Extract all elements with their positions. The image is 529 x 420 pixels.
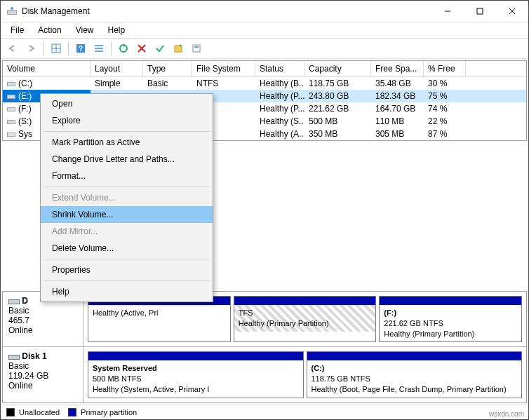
refresh-icon[interactable] xyxy=(115,40,132,57)
svg-rect-20 xyxy=(194,46,199,48)
help-icon[interactable]: ? xyxy=(72,40,89,57)
ctx-open[interactable]: Open xyxy=(41,95,213,112)
menu-help[interactable]: Help xyxy=(101,24,133,36)
app-icon xyxy=(6,6,18,17)
legend-swatch-unallocated xyxy=(6,408,15,416)
svg-rect-14 xyxy=(95,50,103,52)
watermark: wsxdn.com xyxy=(489,410,524,418)
forward-icon[interactable] xyxy=(23,40,40,57)
menu-file[interactable]: File xyxy=(4,24,31,36)
menubar: File Action View Help xyxy=(1,22,528,39)
svg-rect-28 xyxy=(8,121,15,123)
back-icon[interactable] xyxy=(5,40,22,57)
menu-action[interactable]: Action xyxy=(31,24,68,36)
list-icon[interactable] xyxy=(91,40,107,57)
col-status[interactable]: Status xyxy=(255,61,304,76)
ctx-change-letter[interactable]: Change Drive Letter and Paths... xyxy=(41,151,213,168)
svg-rect-26 xyxy=(8,108,15,111)
ctx-extend: Extend Volume... xyxy=(41,189,213,206)
disk-row: Disk 1Basic119.24 GBOnlineSystem Reserve… xyxy=(3,346,526,402)
legend-unallocated: Unallocated xyxy=(19,408,60,416)
close-button[interactable] xyxy=(496,1,528,22)
ctx-format[interactable]: Format... xyxy=(41,168,213,184)
svg-rect-1 xyxy=(8,11,16,14)
ctx-help[interactable]: Help xyxy=(41,283,213,300)
svg-rect-13 xyxy=(95,48,103,49)
partition[interactable]: TFSHealthy (Primary Partition) xyxy=(234,296,377,343)
props-icon[interactable] xyxy=(188,40,205,57)
disk-panels: DBasic465.7OnlineHealthy (Active, PriTFS… xyxy=(2,291,527,403)
disk-meta: Disk 1Basic119.24 GBOnline xyxy=(3,347,83,402)
legend-primary: Primary partition xyxy=(81,408,137,416)
svg-rect-30 xyxy=(8,133,15,136)
partition[interactable]: System Reserved500 MB NTFSHealthy (Syste… xyxy=(88,351,304,398)
col-free[interactable]: Free Spa... xyxy=(371,61,424,76)
toolbar: ? xyxy=(1,39,528,59)
ctx-shrink[interactable]: Shrink Volume... xyxy=(41,206,213,223)
new-icon[interactable] xyxy=(170,40,187,57)
menu-view[interactable]: View xyxy=(69,24,101,36)
ctx-delete[interactable]: Delete Volume... xyxy=(41,240,213,257)
legend: Unallocated Primary partition xyxy=(1,405,528,419)
svg-rect-34 xyxy=(9,355,19,359)
col-capacity[interactable]: Capacity xyxy=(304,61,371,76)
svg-text:?: ? xyxy=(79,45,83,53)
col-layout[interactable]: Layout xyxy=(91,61,143,76)
partition[interactable]: (F:)221.62 GB NTFSHealthy (Primary Parti… xyxy=(379,296,522,343)
window-title: Disk Management xyxy=(22,6,431,16)
svg-rect-32 xyxy=(9,300,19,304)
ctx-add-mirror: Add Mirror... xyxy=(41,223,213,240)
partition[interactable]: (C:)118.75 GB NTFSHealthy (Boot, Page Fi… xyxy=(307,351,523,398)
svg-rect-19 xyxy=(193,45,200,52)
titlebar: Disk Management xyxy=(1,1,528,22)
svg-rect-4 xyxy=(477,8,483,14)
volume-table-header: Volume Layout Type File System Status Ca… xyxy=(3,61,526,77)
context-menu: Open Explore Mark Partition as Active Ch… xyxy=(40,93,213,302)
minimize-button[interactable] xyxy=(431,1,464,22)
svg-rect-12 xyxy=(95,45,103,46)
ctx-explore[interactable]: Explore xyxy=(41,112,213,129)
ctx-properties[interactable]: Properties xyxy=(41,262,213,278)
col-volume[interactable]: Volume xyxy=(3,61,91,76)
partition[interactable]: Healthy (Active, Pri xyxy=(88,296,231,343)
col-type[interactable]: Type xyxy=(143,61,192,76)
maximize-button[interactable] xyxy=(464,1,496,22)
svg-rect-24 xyxy=(8,95,15,98)
legend-swatch-primary xyxy=(68,408,76,416)
delete-icon[interactable] xyxy=(133,40,150,57)
col-pfree[interactable]: % Free xyxy=(424,61,466,76)
window: Disk Management File Action View Help ? … xyxy=(0,0,529,420)
svg-rect-22 xyxy=(8,83,15,86)
check-icon[interactable] xyxy=(152,40,168,57)
table-row[interactable]: (C:)SimpleBasicNTFSHealthy (B...118.75 G… xyxy=(3,77,526,90)
col-filesystem[interactable]: File System xyxy=(192,61,255,76)
grid-icon[interactable] xyxy=(48,40,65,57)
ctx-mark-active[interactable]: Mark Partition as Active xyxy=(41,134,213,151)
disk-partitions: System Reserved500 MB NTFSHealthy (Syste… xyxy=(83,347,526,402)
svg-point-2 xyxy=(11,7,13,10)
